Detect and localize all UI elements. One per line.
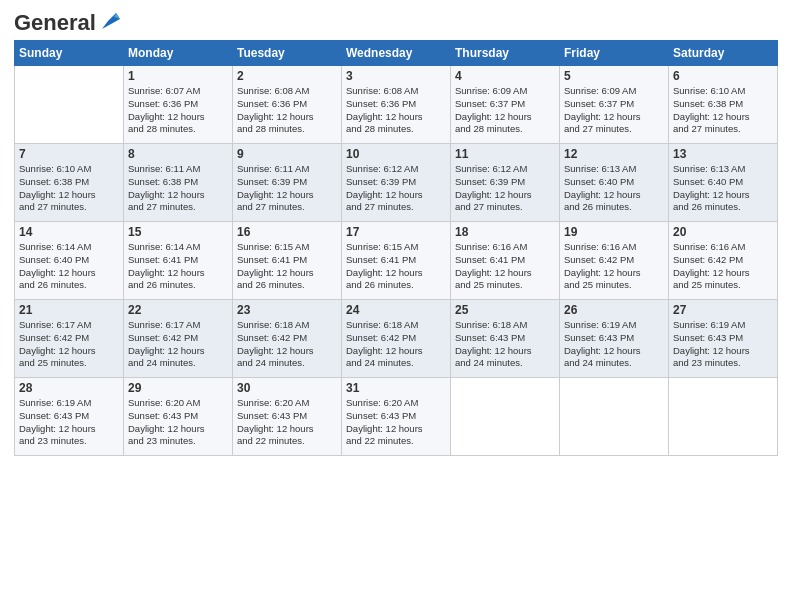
day-info: Sunrise: 6:17 AM Sunset: 6:42 PM Dayligh… bbox=[128, 319, 228, 370]
calendar-cell: 17Sunrise: 6:15 AM Sunset: 6:41 PM Dayli… bbox=[342, 222, 451, 300]
day-info: Sunrise: 6:16 AM Sunset: 6:41 PM Dayligh… bbox=[455, 241, 555, 292]
day-number: 27 bbox=[673, 303, 773, 317]
week-row-1: 1Sunrise: 6:07 AM Sunset: 6:36 PM Daylig… bbox=[15, 66, 778, 144]
day-number: 26 bbox=[564, 303, 664, 317]
calendar-cell: 23Sunrise: 6:18 AM Sunset: 6:42 PM Dayli… bbox=[233, 300, 342, 378]
header-day-sunday: Sunday bbox=[15, 41, 124, 66]
calendar-cell: 29Sunrise: 6:20 AM Sunset: 6:43 PM Dayli… bbox=[124, 378, 233, 456]
day-number: 22 bbox=[128, 303, 228, 317]
day-number: 18 bbox=[455, 225, 555, 239]
day-number: 4 bbox=[455, 69, 555, 83]
day-info: Sunrise: 6:13 AM Sunset: 6:40 PM Dayligh… bbox=[564, 163, 664, 214]
day-number: 12 bbox=[564, 147, 664, 161]
day-number: 9 bbox=[237, 147, 337, 161]
calendar-cell: 14Sunrise: 6:14 AM Sunset: 6:40 PM Dayli… bbox=[15, 222, 124, 300]
day-number: 3 bbox=[346, 69, 446, 83]
day-info: Sunrise: 6:17 AM Sunset: 6:42 PM Dayligh… bbox=[19, 319, 119, 370]
day-number: 21 bbox=[19, 303, 119, 317]
day-number: 8 bbox=[128, 147, 228, 161]
day-info: Sunrise: 6:20 AM Sunset: 6:43 PM Dayligh… bbox=[128, 397, 228, 448]
day-number: 13 bbox=[673, 147, 773, 161]
calendar-cell: 3Sunrise: 6:08 AM Sunset: 6:36 PM Daylig… bbox=[342, 66, 451, 144]
day-number: 17 bbox=[346, 225, 446, 239]
calendar-cell: 15Sunrise: 6:14 AM Sunset: 6:41 PM Dayli… bbox=[124, 222, 233, 300]
logo-icon bbox=[98, 11, 120, 33]
calendar-cell: 19Sunrise: 6:16 AM Sunset: 6:42 PM Dayli… bbox=[560, 222, 669, 300]
day-number: 14 bbox=[19, 225, 119, 239]
calendar-cell: 5Sunrise: 6:09 AM Sunset: 6:37 PM Daylig… bbox=[560, 66, 669, 144]
day-info: Sunrise: 6:18 AM Sunset: 6:42 PM Dayligh… bbox=[237, 319, 337, 370]
day-info: Sunrise: 6:14 AM Sunset: 6:41 PM Dayligh… bbox=[128, 241, 228, 292]
calendar-body: 1Sunrise: 6:07 AM Sunset: 6:36 PM Daylig… bbox=[15, 66, 778, 456]
calendar-cell: 26Sunrise: 6:19 AM Sunset: 6:43 PM Dayli… bbox=[560, 300, 669, 378]
day-info: Sunrise: 6:10 AM Sunset: 6:38 PM Dayligh… bbox=[19, 163, 119, 214]
day-number: 23 bbox=[237, 303, 337, 317]
day-info: Sunrise: 6:11 AM Sunset: 6:39 PM Dayligh… bbox=[237, 163, 337, 214]
calendar-cell: 27Sunrise: 6:19 AM Sunset: 6:43 PM Dayli… bbox=[669, 300, 778, 378]
day-info: Sunrise: 6:20 AM Sunset: 6:43 PM Dayligh… bbox=[346, 397, 446, 448]
day-number: 30 bbox=[237, 381, 337, 395]
day-info: Sunrise: 6:15 AM Sunset: 6:41 PM Dayligh… bbox=[237, 241, 337, 292]
header-day-saturday: Saturday bbox=[669, 41, 778, 66]
day-info: Sunrise: 6:08 AM Sunset: 6:36 PM Dayligh… bbox=[346, 85, 446, 136]
day-info: Sunrise: 6:09 AM Sunset: 6:37 PM Dayligh… bbox=[455, 85, 555, 136]
calendar-cell: 16Sunrise: 6:15 AM Sunset: 6:41 PM Dayli… bbox=[233, 222, 342, 300]
calendar-cell: 2Sunrise: 6:08 AM Sunset: 6:36 PM Daylig… bbox=[233, 66, 342, 144]
header: General bbox=[14, 10, 778, 32]
day-info: Sunrise: 6:18 AM Sunset: 6:43 PM Dayligh… bbox=[455, 319, 555, 370]
day-info: Sunrise: 6:10 AM Sunset: 6:38 PM Dayligh… bbox=[673, 85, 773, 136]
calendar-cell bbox=[560, 378, 669, 456]
header-day-monday: Monday bbox=[124, 41, 233, 66]
day-number: 1 bbox=[128, 69, 228, 83]
day-number: 5 bbox=[564, 69, 664, 83]
day-number: 15 bbox=[128, 225, 228, 239]
calendar-cell: 11Sunrise: 6:12 AM Sunset: 6:39 PM Dayli… bbox=[451, 144, 560, 222]
calendar-cell: 21Sunrise: 6:17 AM Sunset: 6:42 PM Dayli… bbox=[15, 300, 124, 378]
day-number: 7 bbox=[19, 147, 119, 161]
header-day-friday: Friday bbox=[560, 41, 669, 66]
day-info: Sunrise: 6:20 AM Sunset: 6:43 PM Dayligh… bbox=[237, 397, 337, 448]
calendar-cell: 10Sunrise: 6:12 AM Sunset: 6:39 PM Dayli… bbox=[342, 144, 451, 222]
day-info: Sunrise: 6:12 AM Sunset: 6:39 PM Dayligh… bbox=[455, 163, 555, 214]
calendar-cell: 25Sunrise: 6:18 AM Sunset: 6:43 PM Dayli… bbox=[451, 300, 560, 378]
calendar-cell bbox=[15, 66, 124, 144]
logo: General bbox=[14, 10, 120, 32]
day-info: Sunrise: 6:14 AM Sunset: 6:40 PM Dayligh… bbox=[19, 241, 119, 292]
day-info: Sunrise: 6:19 AM Sunset: 6:43 PM Dayligh… bbox=[673, 319, 773, 370]
calendar-cell: 28Sunrise: 6:19 AM Sunset: 6:43 PM Dayli… bbox=[15, 378, 124, 456]
week-row-3: 14Sunrise: 6:14 AM Sunset: 6:40 PM Dayli… bbox=[15, 222, 778, 300]
header-day-thursday: Thursday bbox=[451, 41, 560, 66]
day-info: Sunrise: 6:09 AM Sunset: 6:37 PM Dayligh… bbox=[564, 85, 664, 136]
calendar-header-row: SundayMondayTuesdayWednesdayThursdayFrid… bbox=[15, 41, 778, 66]
day-number: 20 bbox=[673, 225, 773, 239]
week-row-2: 7Sunrise: 6:10 AM Sunset: 6:38 PM Daylig… bbox=[15, 144, 778, 222]
calendar-cell: 1Sunrise: 6:07 AM Sunset: 6:36 PM Daylig… bbox=[124, 66, 233, 144]
week-row-5: 28Sunrise: 6:19 AM Sunset: 6:43 PM Dayli… bbox=[15, 378, 778, 456]
day-info: Sunrise: 6:13 AM Sunset: 6:40 PM Dayligh… bbox=[673, 163, 773, 214]
day-number: 2 bbox=[237, 69, 337, 83]
calendar-cell: 18Sunrise: 6:16 AM Sunset: 6:41 PM Dayli… bbox=[451, 222, 560, 300]
day-info: Sunrise: 6:07 AM Sunset: 6:36 PM Dayligh… bbox=[128, 85, 228, 136]
day-info: Sunrise: 6:16 AM Sunset: 6:42 PM Dayligh… bbox=[564, 241, 664, 292]
day-info: Sunrise: 6:16 AM Sunset: 6:42 PM Dayligh… bbox=[673, 241, 773, 292]
header-day-tuesday: Tuesday bbox=[233, 41, 342, 66]
calendar-cell: 13Sunrise: 6:13 AM Sunset: 6:40 PM Dayli… bbox=[669, 144, 778, 222]
calendar-cell bbox=[669, 378, 778, 456]
day-info: Sunrise: 6:19 AM Sunset: 6:43 PM Dayligh… bbox=[564, 319, 664, 370]
day-info: Sunrise: 6:12 AM Sunset: 6:39 PM Dayligh… bbox=[346, 163, 446, 214]
day-number: 24 bbox=[346, 303, 446, 317]
day-number: 25 bbox=[455, 303, 555, 317]
week-row-4: 21Sunrise: 6:17 AM Sunset: 6:42 PM Dayli… bbox=[15, 300, 778, 378]
calendar-cell: 12Sunrise: 6:13 AM Sunset: 6:40 PM Dayli… bbox=[560, 144, 669, 222]
calendar-cell bbox=[451, 378, 560, 456]
calendar-cell: 30Sunrise: 6:20 AM Sunset: 6:43 PM Dayli… bbox=[233, 378, 342, 456]
day-number: 10 bbox=[346, 147, 446, 161]
header-day-wednesday: Wednesday bbox=[342, 41, 451, 66]
calendar-table: SundayMondayTuesdayWednesdayThursdayFrid… bbox=[14, 40, 778, 456]
calendar-cell: 6Sunrise: 6:10 AM Sunset: 6:38 PM Daylig… bbox=[669, 66, 778, 144]
day-number: 16 bbox=[237, 225, 337, 239]
calendar-cell: 7Sunrise: 6:10 AM Sunset: 6:38 PM Daylig… bbox=[15, 144, 124, 222]
day-info: Sunrise: 6:15 AM Sunset: 6:41 PM Dayligh… bbox=[346, 241, 446, 292]
day-number: 19 bbox=[564, 225, 664, 239]
calendar-container: General SundayMondayTuesdayWednesdayThur… bbox=[0, 0, 792, 612]
